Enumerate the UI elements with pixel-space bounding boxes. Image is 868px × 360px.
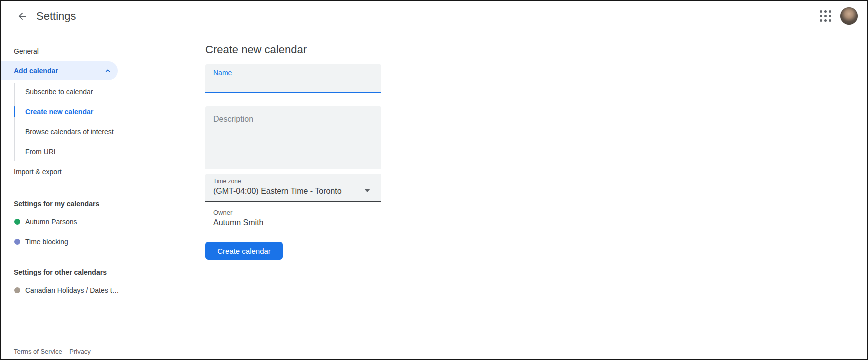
sidebar-item-general[interactable]: General [0, 41, 169, 61]
name-field-label: Name [213, 69, 232, 77]
owner-value: Autumn Smith [213, 218, 263, 227]
profile-avatar[interactable] [840, 7, 858, 25]
sidebar-item-label: General [14, 47, 39, 55]
timezone-select[interactable]: Time zone (GMT-04:00) Eastern Time - Tor… [205, 174, 381, 202]
sidebar-item-label: From URL [25, 148, 58, 156]
timezone-label: Time zone [213, 178, 241, 185]
terms-privacy-links[interactable]: Terms of Service – Privacy [14, 348, 91, 355]
sidebar-item-label: Add calendar [14, 67, 58, 75]
header: Settings [0, 0, 868, 32]
name-field-container: Name [205, 64, 381, 93]
active-item-indicator [14, 106, 15, 117]
description-input[interactable] [205, 106, 381, 169]
calendar-color-dot [14, 239, 20, 245]
sidebar-item-label: Import & export [14, 168, 62, 176]
sidebar-item-add-calendar[interactable]: Add calendar [0, 61, 118, 80]
other-calendars-heading: Settings for other calendars [0, 264, 169, 280]
name-input[interactable] [213, 77, 373, 89]
settings-page: Settings General Add calendar Subscribe … [0, 0, 868, 360]
create-calendar-panel: Create new calendar Name Time zone (GMT-… [205, 32, 868, 360]
dropdown-caret-icon [364, 189, 370, 192]
my-calendars-heading: Settings for my calendars [0, 196, 169, 212]
sidebar-item-from-url[interactable]: From URL [0, 142, 169, 162]
calendar-label: Canadian Holidays / Dates t… [25, 286, 119, 294]
sidebar-item-label: Create new calendar [25, 108, 93, 116]
apps-grid-button[interactable] [815, 6, 835, 26]
chevron-up-icon [104, 67, 112, 76]
panel-title: Create new calendar [205, 43, 307, 56]
calendar-color-dot [14, 287, 20, 293]
sidebar-calendar-time-blocking[interactable]: Time blocking [0, 232, 169, 252]
sidebar-item-label: Browse calendars of interest [25, 128, 114, 136]
back-button[interactable] [12, 6, 32, 26]
calendar-label: Time blocking [25, 238, 68, 246]
apps-grid-icon [820, 10, 831, 22]
sidebar-item-import-export[interactable]: Import & export [0, 162, 169, 182]
timezone-value: (GMT-04:00) Eastern Time - Toronto [213, 187, 342, 196]
sidebar-item-label: Subscribe to calendar [25, 88, 93, 96]
back-arrow-icon [17, 11, 28, 22]
page-title: Settings [36, 10, 815, 23]
description-field-container [205, 106, 381, 169]
sidebar-calendar-canadian-holidays[interactable]: Canadian Holidays / Dates t… [0, 280, 169, 300]
sidebar-item-create-new-calendar[interactable]: Create new calendar [0, 102, 169, 122]
sidebar-item-browse-calendars[interactable]: Browse calendars of interest [0, 122, 169, 142]
sidebar: General Add calendar Subscribe to calend… [0, 32, 169, 360]
calendar-color-dot [14, 219, 20, 225]
sidebar-calendar-autumn-parsons[interactable]: Autumn Parsons [0, 212, 169, 232]
owner-label: Owner [213, 209, 232, 216]
calendar-label: Autumn Parsons [25, 218, 77, 226]
sidebar-item-subscribe-to-calendar[interactable]: Subscribe to calendar [0, 82, 169, 102]
add-calendar-subnav: Subscribe to calendar Create new calenda… [0, 82, 169, 162]
create-calendar-button[interactable]: Create calendar [205, 242, 283, 260]
